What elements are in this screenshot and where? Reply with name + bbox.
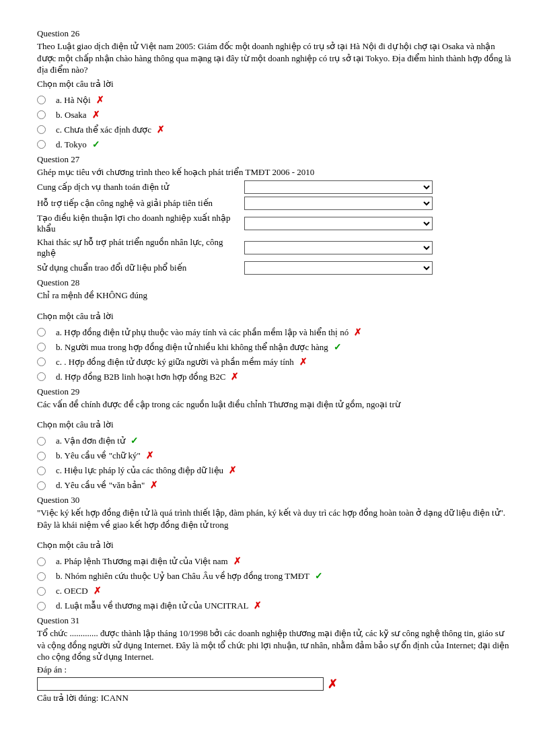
option-b: b. Người mua trong hợp đồng điện tử nhiề… [37, 342, 512, 353]
option-a: a. Hà Nội ✗ [37, 95, 512, 106]
wrong-icon: ✗ [354, 327, 362, 337]
radio-option[interactable] [37, 557, 46, 566]
match-select[interactable] [244, 180, 433, 194]
question-27: Question 27 Ghép mục tiêu với chương trì… [37, 154, 512, 275]
radio-option[interactable] [37, 587, 46, 596]
option-c: c. . Hợp đồng điện tử được ký giữa người… [37, 357, 512, 368]
radio-option[interactable] [37, 572, 46, 581]
radio-option[interactable] [37, 372, 46, 381]
question-text: "Việc ký kết hợp đồng điện tử là quá trì… [37, 507, 512, 530]
radio-option[interactable] [37, 110, 46, 119]
match-row: Cung cấp dịch vụ thanh toán điện tử [37, 180, 512, 194]
radio-option[interactable] [37, 357, 46, 366]
correct-icon: ✓ [315, 570, 323, 581]
option-b: b. Yêu cầu về "chữ ký" ✗ [37, 450, 512, 461]
question-text: Ghép mục tiêu với chương trình theo kế h… [37, 166, 512, 178]
wrong-icon: ✗ [299, 356, 307, 367]
question-26: Question 26 Theo Luật giao dịch điện tử … [37, 28, 512, 150]
option-b: b. Nhóm nghiên cứu thuộc Uỷ ban Châu Âu … [37, 571, 512, 582]
radio-option[interactable] [37, 343, 46, 351]
question-28: Question 28 Chỉ ra mệnh đề KHÔNG đúng Ch… [37, 277, 512, 382]
radio-option[interactable] [37, 602, 46, 611]
match-label: Khai thác sự hỗ trợ phát triển nguồn nhâ… [37, 237, 244, 259]
instruction: Chọn một câu trả lời [37, 311, 512, 322]
option-d: d. Yêu cầu về "văn bản" ✗ [37, 480, 512, 491]
option-b: b. Osaka ✗ [37, 110, 512, 121]
wrong-icon: ✗ [254, 600, 262, 611]
answer-input[interactable] [37, 677, 324, 691]
option-label: c. . Hợp đồng điện tử được ký giữa người… [56, 357, 294, 368]
option-label: d. Hợp đồng B2B linh hoạt hơn hợp đồng B… [56, 372, 225, 382]
instruction: Chọn một câu trả lời [37, 419, 512, 430]
match-row: Sử dụng chuẩn trao đổi dữ liệu phổ biến [37, 261, 512, 275]
question-29: Question 29 Các vấn đề chính được đề cập… [37, 386, 512, 491]
question-title: Question 26 [37, 28, 512, 39]
answer-label: Đáp án : [37, 664, 512, 675]
question-title: Question 29 [37, 386, 512, 397]
match-label: Cung cấp dịch vụ thanh toán điện tử [37, 182, 244, 193]
option-a: a. Pháp lệnh Thương mại điện tử của Việt… [37, 556, 512, 567]
radio-option[interactable] [37, 452, 46, 460]
option-c: c. Chưa thể xác định được ✗ [37, 125, 512, 135]
question-31: Question 31 Tổ chức ............. được t… [37, 615, 512, 703]
option-d: d. Luật mẫu về thương mại điện tử của UN… [37, 600, 512, 611]
option-label: a. Hợp đồng điện tử phụ thuộc vào máy tí… [56, 327, 349, 338]
question-title: Question 30 [37, 495, 512, 506]
option-c: c. Hiệu lực pháp lý của các thông điệp d… [37, 465, 512, 476]
correct-icon: ✓ [131, 435, 139, 446]
match-select[interactable] [244, 241, 433, 254]
correct-icon: ✓ [92, 139, 100, 149]
answer-row: ✗ [37, 677, 512, 691]
match-label: Sử dụng chuẩn trao đổi dữ liệu phổ biến [37, 263, 244, 273]
option-d: d. Hợp đồng B2B linh hoạt hơn hợp đồng B… [37, 372, 512, 382]
correct-answer-text: Câu trả lời đúng: ICANN [37, 693, 512, 703]
option-label: a. Hà Nội [56, 95, 91, 106]
wrong-icon: ✗ [94, 585, 102, 596]
radio-option[interactable] [37, 437, 46, 446]
option-label: b. Nhóm nghiên cứu thuộc Uỷ ban Châu Âu … [56, 571, 309, 582]
option-d: d. Tokyo ✓ [37, 139, 512, 150]
radio-option[interactable] [37, 125, 46, 134]
instruction: Chọn một câu trả lời [37, 79, 512, 90]
option-label: d. Luật mẫu về thương mại điện tử của UN… [56, 600, 248, 611]
radio-option[interactable] [37, 140, 46, 149]
option-label: d. Tokyo [56, 139, 87, 150]
option-a: a. Vận đơn điện tử ✓ [37, 436, 512, 446]
question-30: Question 30 "Việc ký kết hợp đồng điện t… [37, 495, 512, 611]
wrong-icon: ✗ [150, 479, 158, 490]
radio-option[interactable] [37, 328, 46, 337]
wrong-icon: ✗ [229, 465, 237, 475]
option-label: a. Pháp lệnh Thương mại điện tử của Việt… [56, 556, 228, 567]
correct-icon: ✓ [334, 341, 342, 352]
radio-option[interactable] [37, 467, 46, 475]
option-label: d. Yêu cầu về "văn bản" [56, 480, 145, 491]
instruction: Chọn một câu trả lời [37, 540, 512, 551]
question-title: Question 31 [37, 615, 512, 626]
option-label: b. Osaka [56, 110, 87, 121]
question-text: Các vấn đề chính được đề cập trong các n… [37, 399, 512, 411]
option-label: c. Chưa thể xác định được [56, 125, 151, 135]
question-text: Theo Luật giao dịch điện tử Việt nam 200… [37, 40, 512, 76]
radio-option[interactable] [37, 481, 46, 490]
question-title: Question 28 [37, 277, 512, 288]
wrong-icon: ✗ [157, 124, 165, 135]
match-select[interactable] [244, 197, 433, 210]
match-label: Hỗ trợ tiếp cận công nghệ và giải pháp t… [37, 198, 244, 209]
wrong-icon: ✗ [92, 109, 100, 120]
match-row: Hỗ trợ tiếp cận công nghệ và giải pháp t… [37, 197, 512, 210]
match-row: Khai thác sự hỗ trợ phát triển nguồn nhâ… [37, 237, 512, 259]
wrong-icon: ✗ [96, 94, 104, 105]
option-label: a. Vận đơn điện tử [56, 436, 125, 446]
question-text: Chỉ ra mệnh đề KHÔNG đúng [37, 289, 512, 302]
match-select[interactable] [244, 261, 433, 275]
question-text: Tổ chức ............. được thành lập thá… [37, 627, 512, 663]
wrong-icon: ✗ [328, 677, 338, 691]
match-select[interactable] [244, 217, 433, 230]
wrong-icon: ✗ [233, 555, 242, 566]
wrong-icon: ✗ [231, 371, 239, 382]
radio-option[interactable] [37, 96, 46, 104]
match-row: Tạo điều kiện thuận lợi cho doanh nghiệp… [37, 213, 512, 234]
question-title: Question 27 [37, 154, 512, 165]
option-c: c. OECD ✗ [37, 586, 512, 596]
option-label: b. Yêu cầu về "chữ ký" [56, 450, 141, 461]
